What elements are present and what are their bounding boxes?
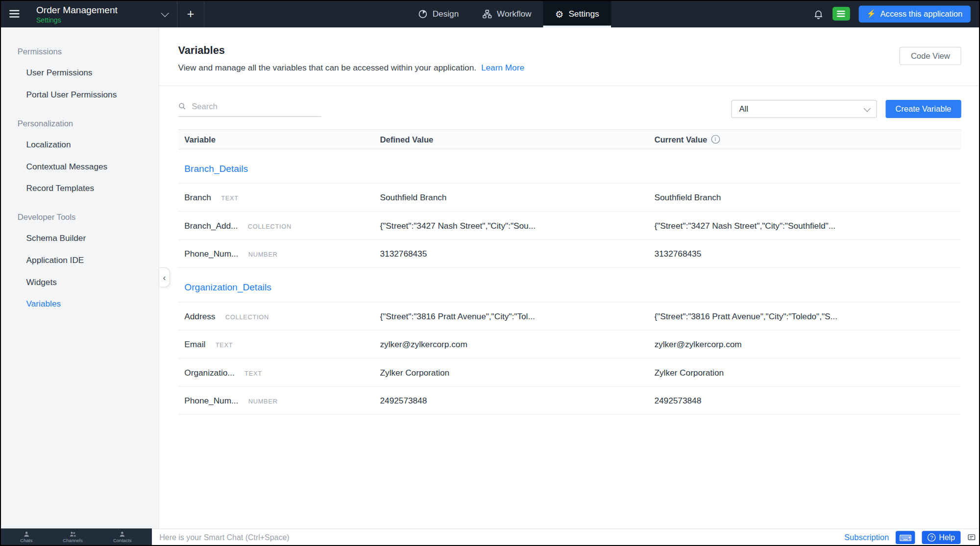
table-row[interactable]: Phone_Num... NUMBER 3132768435 313276843… (178, 240, 961, 268)
table-row[interactable]: Address COLLECTION {"Street":"3816 Pratt… (178, 302, 961, 330)
tab-settings[interactable]: ⚙ Settings (543, 0, 611, 27)
variable-name-cell: Phone_Num... NUMBER (178, 249, 374, 258)
chevron-down-icon[interactable] (161, 9, 169, 17)
variables-table: Variable Defined Value Current Value i B… (178, 129, 961, 415)
sidebar-item-schema-builder[interactable]: Schema Builder (0, 227, 159, 249)
subscription-link[interactable]: Subscription (844, 533, 889, 542)
tab-design-label: Design (433, 9, 459, 18)
variable-group-organization-details[interactable]: Organization_Details (178, 268, 961, 302)
sidebar-item-user-permissions[interactable]: User Permissions (0, 62, 159, 84)
dock-tab-channels[interactable]: Channels (63, 531, 82, 544)
current-value: zylker@zylkercorp.com (648, 339, 961, 349)
tab-workflow-label: Workflow (497, 9, 531, 18)
sidebar-item-contextual-messages[interactable]: Contextual Messages (0, 156, 159, 178)
keyboard-shortcuts-button[interactable]: ⌨ (896, 531, 915, 544)
sidebar-item-portal-user-permissions[interactable]: Portal User Permissions (0, 84, 159, 106)
gear-icon: ⚙ (555, 9, 564, 18)
table-row[interactable]: Branch TEXT Southfield Branch Southfield… (178, 184, 961, 212)
variable-name: Address (184, 311, 215, 321)
sidebar-item-localization[interactable]: Localization (0, 134, 159, 156)
table-row[interactable]: Phone_Num... NUMBER 2492573848 249257384… (178, 387, 961, 415)
current-value: Southfield Branch (648, 192, 961, 202)
variable-type-badge: COLLECTION (248, 223, 292, 230)
smart-chat-bar[interactable]: Here is your Smart Chat (Ctrl+Space) (152, 529, 844, 546)
contacts-icon (119, 531, 126, 538)
sidebar-item-record-templates[interactable]: Record Templates (0, 177, 159, 199)
tab-settings-label: Settings (568, 9, 599, 18)
defined-value: Southfield Branch (374, 192, 648, 202)
keyboard-icon: ⌨ (899, 533, 912, 542)
search-box (178, 101, 321, 117)
variable-group-branch-details[interactable]: Branch_Details (178, 149, 961, 184)
variable-type-filter-dropdown[interactable]: All (731, 100, 877, 118)
smartchat-toggle-icon[interactable] (967, 533, 976, 542)
column-header-variable: Variable (178, 135, 374, 144)
page-title: Variables (178, 45, 961, 57)
topbar: Order Management Settings + Design (0, 0, 980, 27)
search-icon (178, 102, 186, 111)
dock-tab-contacts[interactable]: Contacts (113, 531, 132, 544)
learn-more-link[interactable]: Learn More (481, 63, 524, 72)
access-application-button[interactable]: ⚡ Access this application (858, 5, 971, 22)
app-info: Order Management Settings (36, 4, 118, 24)
tab-design[interactable]: Design (406, 0, 470, 27)
add-application-button[interactable]: + (177, 0, 204, 27)
table-row[interactable]: Organizatio... TEXT Zylker Corporation Z… (178, 358, 961, 386)
help-button[interactable]: ? Help (922, 531, 961, 544)
current-value: Zylker Corporation (648, 368, 961, 377)
code-view-button[interactable]: Code View (900, 47, 961, 65)
tab-workflow[interactable]: Workflow (470, 0, 543, 27)
notifications-bell-icon[interactable] (813, 8, 824, 19)
current-value: 2492573848 (648, 396, 961, 405)
table-row[interactable]: Email TEXT zylker@zylkercorp.com zylker@… (178, 331, 961, 358)
variable-name: Phone_Num... (184, 249, 238, 258)
access-application-label: Access this application (881, 9, 963, 18)
sidebar-section-developer-tools: Developer Tools (0, 207, 159, 227)
variable-name: Branch_Add... (184, 221, 238, 230)
variable-type-badge: TEXT (221, 194, 239, 201)
sidebar-collapse-button[interactable]: ‹ (159, 267, 170, 287)
dock-tab-chats-label: Chats (20, 538, 32, 544)
variable-name: Phone_Num... (184, 396, 238, 405)
help-label: Help (939, 533, 955, 542)
column-header-current-value: Current Value i (648, 135, 961, 144)
app-title: Order Management (36, 4, 118, 15)
plus-icon: + (187, 6, 195, 21)
dock-tab-chats[interactable]: Chats (20, 531, 32, 544)
variable-type-badge: COLLECTION (225, 313, 269, 320)
channels-icon (70, 531, 76, 538)
create-variable-button[interactable]: Create Variable (885, 100, 961, 118)
defined-value: 2492573848 (374, 396, 648, 405)
variable-type-badge: NUMBER (248, 251, 278, 258)
sidebar-section-personalization: Personalization (0, 113, 159, 134)
chevron-down-icon (863, 105, 870, 112)
variable-type-badge: TEXT (245, 369, 262, 376)
topbar-left: Order Management Settings (0, 0, 177, 27)
search-input[interactable] (192, 101, 321, 111)
current-value: {"Street":"3816 Pratt Avenue","City":"To… (648, 311, 961, 321)
workflow-icon (483, 9, 492, 18)
app-menu-list-icon[interactable] (832, 7, 850, 21)
sidebar-item-variables[interactable]: Variables (0, 293, 159, 315)
topbar-right: ⚡ Access this application (813, 0, 980, 27)
page-description: View and manage all the variables that c… (178, 63, 961, 72)
variable-type-badge: NUMBER (248, 398, 278, 404)
collapse-chevron-icon: ‹ (163, 272, 166, 282)
table-header-row: Variable Defined Value Current Value i (178, 129, 961, 149)
variable-name: Branch (184, 192, 211, 202)
chats-icon (23, 531, 30, 538)
body-row: Permissions User Permissions Portal User… (0, 27, 980, 528)
settings-sidebar: Permissions User Permissions Portal User… (0, 27, 159, 528)
variable-name-cell: Address COLLECTION (178, 311, 374, 321)
table-row[interactable]: Branch_Add... COLLECTION {"Street":"3427… (178, 212, 961, 239)
page-header: Variables View and manage all the variab… (159, 27, 980, 86)
dock-tab-channels-label: Channels (63, 538, 82, 544)
hamburger-menu-icon[interactable] (0, 0, 29, 27)
sidebar-item-widgets[interactable]: Widgets (0, 271, 159, 293)
topbar-nav: Design Workflow ⚙ Settings (406, 0, 611, 27)
lightning-bolt-icon: ⚡ (866, 10, 876, 17)
design-icon (418, 9, 427, 18)
info-icon[interactable]: i (711, 135, 720, 144)
sidebar-item-application-ide[interactable]: Application IDE (0, 249, 159, 271)
sidebar-section-permissions: Permissions (0, 41, 159, 62)
